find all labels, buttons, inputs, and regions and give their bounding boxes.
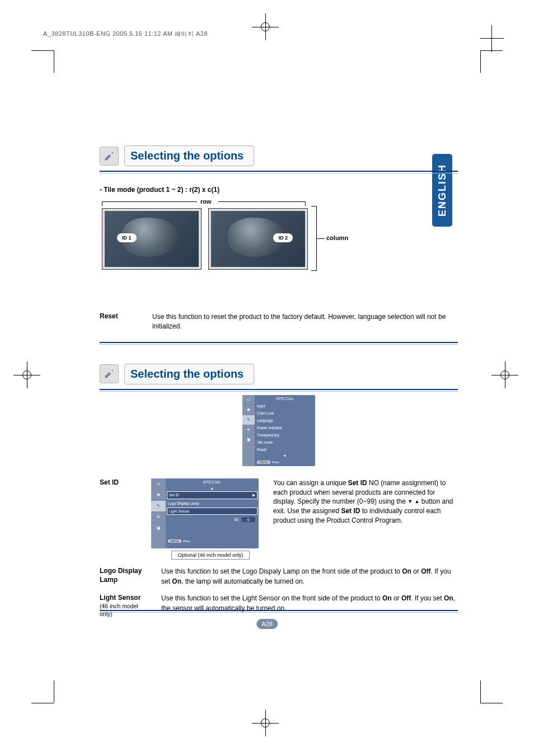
- crop-mark: [31, 703, 54, 703]
- crop-mark: [261, 22, 270, 31]
- osd-tab-icon: ✎: [151, 501, 166, 512]
- osd-tab-icon: ▭: [242, 395, 255, 405]
- osd-tab-icon: ✢: [242, 425, 255, 435]
- page-number: A28: [256, 619, 278, 629]
- osd-tab-icon: ✎: [242, 415, 255, 425]
- osd-title: SPECIAL: [255, 395, 315, 402]
- osd-item-selected: Set ID▶: [167, 491, 257, 499]
- osd-item-label: Light Sensor: [169, 509, 190, 513]
- osd-prev-label: Prev.: [272, 461, 280, 464]
- section-title: Selecting the options: [124, 145, 254, 166]
- crop-mark: [480, 680, 481, 703]
- down-triangle-icon: ▼: [407, 498, 413, 505]
- crop-mark: [54, 50, 54, 73]
- osd-menu-setid: ▭ ◉ ✎ ✢ ▣ SPECIAL ▲ Set ID▶ Logo Display…: [151, 478, 259, 548]
- tile-id-badge: ID 1: [117, 233, 137, 242]
- divider: [100, 610, 458, 611]
- divider: [100, 173, 458, 173]
- osd-item: Reset: [255, 446, 315, 453]
- setid-term: Set ID: [100, 478, 141, 486]
- osd-item: Power Indicator: [255, 424, 315, 431]
- osd-tab-icon: ✢: [151, 512, 166, 523]
- osd-up-arrow: ▲: [166, 486, 259, 491]
- note-icon: [100, 147, 119, 166]
- crop-mark: [480, 38, 504, 39]
- row-label: row: [200, 198, 212, 205]
- crop-mark: [480, 50, 481, 73]
- osd-item: Transparency: [255, 431, 315, 439]
- divider: [100, 391, 458, 392]
- setid-desc: You can assign a unique Set ID NO (name …: [273, 478, 458, 525]
- divider: [100, 344, 458, 345]
- osd-item: Tile mode: [255, 439, 315, 446]
- osd-item: Language: [255, 417, 315, 424]
- tile-2: ID 2: [208, 208, 308, 270]
- tile-1: ID 1: [102, 208, 202, 270]
- tile-diagram: row ID 1 ID 2 column: [100, 200, 413, 284]
- crop-mark: [31, 50, 54, 51]
- divider: [100, 171, 458, 172]
- logo-lamp-term: Logo Display Lamp: [100, 566, 150, 586]
- chevron-right-icon: ▶: [252, 493, 255, 497]
- logo-lamp-desc: Use this function to set the Logo Dispal…: [161, 566, 458, 586]
- osd-tab-icon: ◉: [242, 405, 255, 415]
- crop-mark: [500, 370, 509, 379]
- osd-item: Logo Display Lamp: [166, 500, 259, 507]
- osd-menu-special: ▭ ◉ ✎ ✢ ▣ SPECIAL Input Child Lock Langu…: [242, 395, 315, 466]
- reset-desc: Use this function to reset the product t…: [152, 312, 458, 332]
- crop-mark: [491, 25, 492, 52]
- section-title: Selecting the options: [124, 364, 254, 384]
- osd-tab-icon: ▭: [151, 478, 166, 490]
- divider: [100, 342, 458, 343]
- osd-tab-icon: ▣: [242, 435, 255, 445]
- osd-tab-icon: ▣: [151, 523, 166, 534]
- divider: [100, 612, 458, 613]
- osd-item: Child Lock: [255, 410, 315, 417]
- optional-note: Optional (46 inch model only): [171, 551, 250, 560]
- crop-mark: [480, 703, 503, 703]
- osd-down-arrow: ▼: [255, 453, 315, 458]
- osd-item: Input: [255, 402, 315, 410]
- crop-mark: [261, 719, 270, 727]
- osd-menu-pill: MENU: [168, 539, 181, 543]
- print-header: A_3828TUL310B-ENG 2005.5.16 11:12 AM 페이지…: [43, 30, 208, 38]
- column-bracket: [311, 206, 317, 271]
- logo-lamp-definition: Logo Display Lamp Use this function to s…: [100, 566, 458, 586]
- osd-menu-pill: MENU: [257, 461, 270, 464]
- note-icon: [100, 364, 119, 383]
- row-bracket: [102, 201, 197, 202]
- divider: [100, 389, 458, 390]
- column-bracket: [317, 238, 325, 239]
- osd-item-boxed: Light Sensor: [167, 508, 257, 515]
- tile-id-badge: ID 2: [273, 233, 293, 242]
- osd-item-label: Set ID: [169, 493, 179, 497]
- column-label: column: [326, 234, 348, 241]
- osd-id-label: ID: [235, 518, 238, 522]
- osd-prev-label: Prev.: [183, 539, 191, 543]
- reset-definition: Reset Use this function to reset the pro…: [100, 312, 458, 332]
- reset-term: Reset: [100, 312, 141, 332]
- osd-id-value: 0: [242, 517, 255, 522]
- crop-mark: [54, 680, 54, 703]
- crop-mark: [22, 370, 31, 379]
- osd-title: SPECIAL: [166, 478, 259, 486]
- tile-mode-label: - Tile mode (product 1 ~ 2) : r(2) x c(1…: [100, 186, 458, 194]
- row-bracket: [218, 201, 306, 202]
- osd-tab-icon: ◉: [151, 490, 166, 501]
